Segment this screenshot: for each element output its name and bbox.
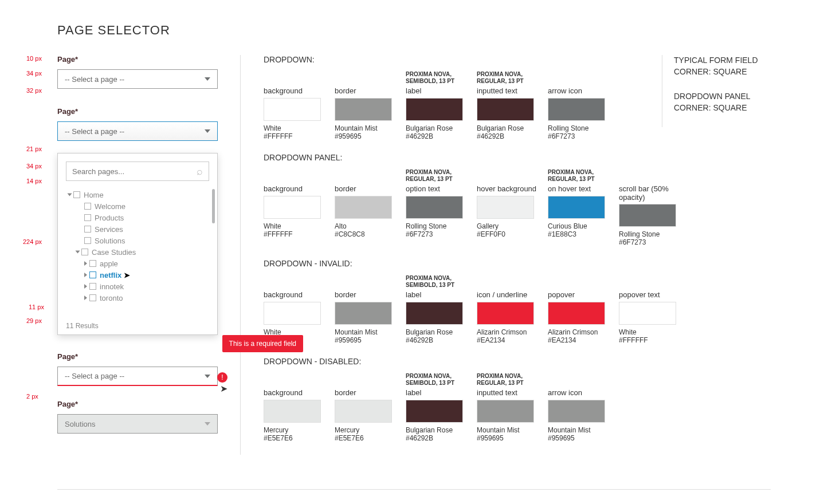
error-popover: This is a required field	[222, 335, 303, 352]
divider	[57, 489, 771, 490]
swatch-dis-label: PROXIMA NOVA, SEMIBOLD, 13 PTlabelBulgar…	[406, 373, 469, 442]
swatch-dis-bg: backgroundMercury#E5E7E6	[264, 373, 327, 442]
dim-14px: 14 px	[26, 178, 42, 184]
chevron-down-icon	[205, 129, 210, 133]
corner-notes: TYPICAL FORM FIELD CORNER: SQUARE DROPDO…	[662, 55, 776, 127]
field-label-disabled: Page*	[57, 400, 211, 408]
field-label-invalid: Page*	[57, 352, 211, 361]
dim-29px: 29 px	[26, 317, 42, 324]
swatch-panel-border: borderAlto#C8C8C8	[335, 169, 398, 246]
tree-row-welcome[interactable]: Welcome	[68, 200, 209, 212]
tree-row-services[interactable]: Services	[68, 223, 209, 235]
dim-34px-b: 34 px	[26, 163, 42, 170]
tree-row-toronto[interactable]: toronto	[68, 292, 209, 304]
swatch-panel-option: PROXIMA NOVA, REGULAR, 13 PToption textR…	[406, 169, 469, 246]
tree-row-innotek[interactable]: innotek	[68, 281, 209, 292]
field-label-active: Page*	[57, 107, 211, 116]
swatch-dd-arrow: arrow iconRolling Stone#6F7273	[548, 71, 611, 140]
page-title: PAGE SELECTOR	[57, 23, 771, 38]
section-disabled: DROPDOWN - DISABLED:	[264, 357, 771, 366]
swatch-inv-popover: popoverAlizarin Crimson#EA2134	[548, 275, 611, 344]
swatch-inv-border: borderMountain Mist#959695	[335, 275, 398, 344]
dim-224px: 224 px	[23, 238, 42, 245]
tree-row-home[interactable]: Home	[68, 189, 209, 200]
select-placeholder: -- Select a page --	[65, 75, 124, 84]
swatch-dd-bg: backgroundWhite#FFFFFF	[264, 71, 327, 140]
chevron-down-icon	[205, 422, 210, 426]
search-input-wrap[interactable]: ⌕	[66, 162, 209, 181]
swatch-dis-border: borderMercury#E5E7E6	[335, 373, 398, 442]
search-input[interactable]	[72, 167, 197, 176]
page-select-active[interactable]: -- Select a page --	[57, 121, 218, 141]
chevron-down-icon	[205, 375, 210, 378]
dim-10px: 10 px	[26, 55, 42, 62]
dim-21px: 21 px	[26, 145, 42, 152]
cursor-icon: ➤	[124, 271, 130, 279]
dim-2px: 2 px	[26, 393, 38, 400]
error-icon: !	[217, 372, 227, 383]
swatch-inv-popovertxt: popover textWhite#FFFFFF	[619, 275, 682, 344]
chevron-down-icon	[205, 77, 210, 81]
dim-34px: 34 px	[26, 70, 42, 77]
page-select-default[interactable]: -- Select a page --	[57, 69, 218, 89]
page-select-disabled: Solutions	[57, 414, 218, 434]
search-icon: ⌕	[197, 166, 203, 178]
swatch-dd-label: PROXIMA NOVA, SEMIBOLD, 13 PTlabelBulgar…	[406, 71, 469, 140]
results-count: 11 Results	[58, 317, 217, 334]
tree-row-netflix[interactable]: netflix➤	[68, 269, 209, 281]
swatch-inv-label: PROXIMA NOVA, SEMIBOLD, 13 PTlabelBulgar…	[406, 275, 469, 344]
swatch-dd-input: PROXIMA NOVA, REGULAR, 13 PTinputted tex…	[477, 71, 540, 140]
swatch-dis-arrow: arrow iconMountain Mist#959695	[548, 373, 611, 442]
scrollbar[interactable]	[212, 189, 215, 223]
dim-11px: 11 px	[29, 304, 44, 310]
swatch-panel-hovertxt: PROXIMA NOVA, REGULAR, 13 PTon hover tex…	[548, 169, 611, 246]
swatch-dd-border: borderMountain Mist#959695	[335, 71, 398, 140]
section-panel: DROPDOWN PANEL:	[264, 153, 771, 162]
tree-row-apple[interactable]: apple	[68, 258, 209, 269]
cursor-icon: ➤	[220, 383, 227, 394]
swatch-panel-hoverbg: hover backgroundGallery#EFF0F0	[477, 169, 540, 246]
tree-row-solutions[interactable]: Solutions	[68, 235, 209, 246]
section-invalid: DROPDOWN - INVALID:	[264, 259, 771, 268]
page-select-invalid[interactable]: -- Select a page --	[57, 367, 218, 386]
note-panel-corner: DROPDOWN PANEL CORNER: SQUARE	[674, 91, 776, 113]
field-label-default: Page*	[57, 55, 211, 64]
page-tree[interactable]: Home Welcome Products Services Solutions…	[58, 189, 217, 317]
dim-32px: 32 px	[26, 87, 42, 94]
swatch-panel-scroll: scroll bar (50% opacity)Rolling Stone#6F…	[619, 169, 682, 246]
tree-row-casestudies[interactable]: Case Studies	[68, 246, 209, 258]
swatch-dis-input: PROXIMA NOVA, REGULAR, 13 PTinputted tex…	[477, 373, 540, 442]
select-disabled-value: Solutions	[65, 420, 95, 428]
tree-row-products[interactable]: Products	[68, 212, 209, 223]
select-placeholder-invalid: -- Select a page --	[65, 372, 124, 380]
swatch-inv-bg: backgroundWhite#FFFFFF	[264, 275, 327, 344]
select-placeholder-active: -- Select a page --	[65, 127, 124, 136]
note-field-corner: TYPICAL FORM FIELD CORNER: SQUARE	[674, 55, 776, 77]
dropdown-panel: ⌕ Home Welcome Products Services Solutio…	[57, 153, 218, 335]
swatch-panel-bg: backgroundWhite#FFFFFF	[264, 169, 327, 246]
swatch-inv-icon: icon / underlineAlizarin Crimson#EA2134	[477, 275, 540, 344]
